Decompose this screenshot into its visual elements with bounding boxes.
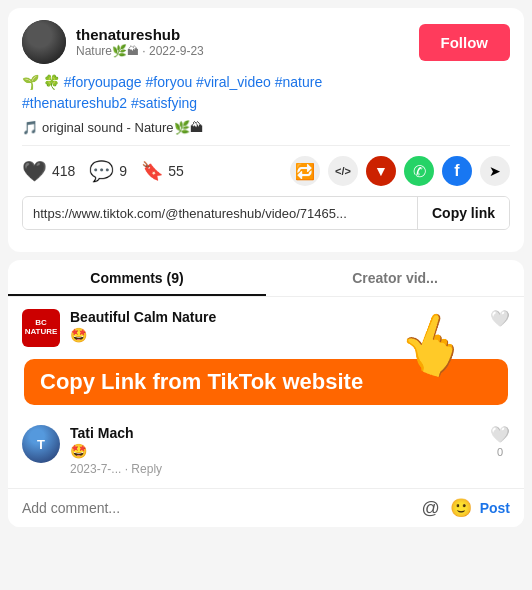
filter-share-icon[interactable]: ▼ [366,156,396,186]
tag-foryoupage[interactable]: #foryoupage [64,74,142,90]
avatar[interactable] [22,20,66,64]
copy-link-button[interactable]: Copy link [417,197,509,229]
tab-comments[interactable]: Comments (9) [8,260,266,296]
comment-text-tati: 🤩 [70,443,480,459]
forward-icon[interactable]: ➤ [480,156,510,186]
emoji-icon[interactable]: 🙂 [450,497,472,519]
input-icons: @ 🙂 [421,497,471,519]
heart-icon-bc: 🤍 [490,309,510,328]
follow-button[interactable]: Follow [419,24,511,61]
comment-like-tati[interactable]: 🤍 0 [490,425,510,458]
heart-icon-tati: 🤍 [490,425,510,444]
post-tags: 🌱 🍀 #foryoupage #foryou #viral_video #na… [22,72,510,114]
divider-1 [22,145,510,146]
tag-thenatureshub2[interactable]: #thenatureshub2 [22,95,127,111]
like-action[interactable]: 🖤 418 [22,159,75,183]
user-meta: Nature🌿🏔 · 2022-9-23 [76,44,204,58]
comments-count: 9 [119,163,127,179]
likes-count: 418 [52,163,75,179]
tooltip-container: 👆 Copy Link from TikTok website [16,359,516,405]
user-info: thenatureshub Nature🌿🏔 · 2022-9-23 [76,26,204,58]
add-comment-row: @ 🙂 Post [8,488,524,527]
comments-section: Comments (9) Creator vid... BCNATURE Bea… [8,260,524,527]
comment-action[interactable]: 💬 9 [89,159,127,183]
tag-foryou[interactable]: #foryou [146,74,193,90]
tag-nature[interactable]: #nature [275,74,322,90]
facebook-icon[interactable]: f [442,156,472,186]
comment-content-tati: Tati Mach 🤩 2023-7-... · Reply [70,425,480,476]
sound-text: original sound - Nature🌿🏔 [42,120,203,135]
whatsapp-icon[interactable]: ✆ [404,156,434,186]
bookmark-action[interactable]: 🔖 55 [141,160,184,182]
comment-tati: T Tati Mach 🤩 2023-7-... · Reply 🤍 0 [8,413,524,488]
tiktok-share-icon[interactable]: 🔁 [290,156,320,186]
music-icon: 🎵 [22,120,38,135]
username: thenatureshub [76,26,204,43]
link-url: https://www.tiktok.com/@thenatureshub/vi… [23,198,417,229]
comment-avatar-bc[interactable]: BCNATURE [22,309,60,347]
link-row: https://www.tiktok.com/@thenatureshub/vi… [22,196,510,230]
comment-like-bc[interactable]: 🤍 [490,309,510,328]
share-icons: 🔁 </> ▼ ✆ f ➤ [290,156,510,186]
tabs-row: Comments (9) Creator vid... [8,260,524,297]
heart-icon: 🖤 [22,159,47,183]
post-button[interactable]: Post [480,500,510,516]
add-comment-input[interactable] [22,500,413,516]
comment-meta-tati: 2023-7-... · Reply [70,462,480,476]
code-share-icon[interactable]: </> [328,156,358,186]
like-count-tati: 0 [497,446,503,458]
commenter-name-tati: Tati Mach [70,425,480,441]
tooltip-text: Copy Link from TikTok website [40,369,363,395]
actions-row: 🖤 418 💬 9 🔖 55 🔁 </> ▼ ✆ f ➤ [22,156,510,186]
bookmark-icon: 🔖 [141,160,163,182]
tag-viral[interactable]: #viral_video [196,74,271,90]
tag-satisfying[interactable]: #satisfying [131,95,197,111]
mention-icon[interactable]: @ [421,498,439,519]
comment-avatar-tati[interactable]: T [22,425,60,463]
tab-creator-videos[interactable]: Creator vid... [266,260,524,296]
bookmarks-count: 55 [168,163,184,179]
sound-row: 🎵 original sound - Nature🌿🏔 [22,120,510,135]
comment-icon: 💬 [89,159,114,183]
post-header: thenatureshub Nature🌿🏔 · 2022-9-23 Follo… [22,20,510,64]
